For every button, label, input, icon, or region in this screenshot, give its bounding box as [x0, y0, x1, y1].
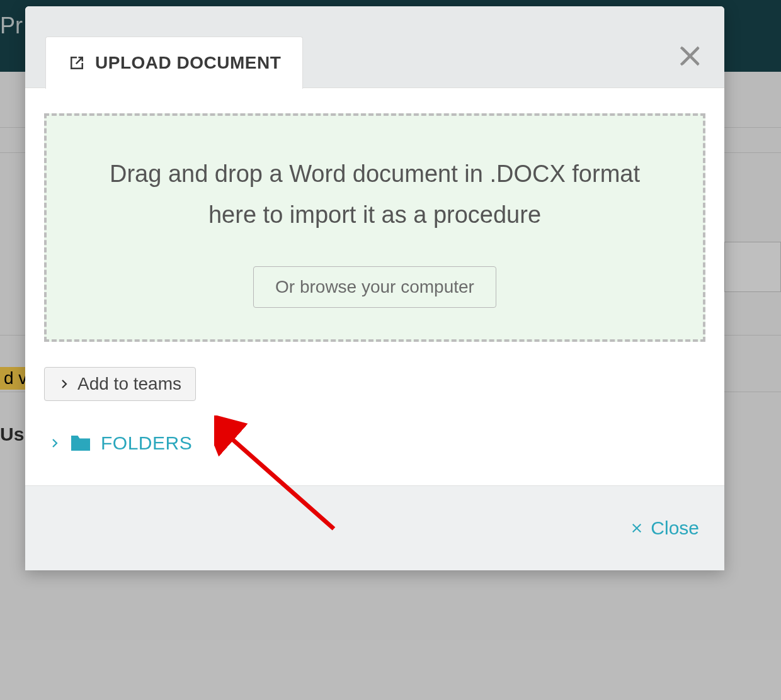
- close-button[interactable]: [675, 41, 705, 74]
- footer-close-label: Close: [651, 517, 699, 539]
- upload-document-modal: UPLOAD DOCUMENT Drag and drop a Word doc…: [25, 6, 724, 570]
- file-dropzone[interactable]: Drag and drop a Word document in .DOCX f…: [44, 113, 705, 342]
- folders-label: FOLDERS: [101, 432, 192, 454]
- chevron-right-icon: [59, 378, 70, 390]
- modal-footer: Close: [25, 485, 724, 570]
- tab-label: UPLOAD DOCUMENT: [95, 53, 281, 73]
- folder-icon: [69, 434, 92, 453]
- close-icon: [629, 521, 644, 536]
- tab-upload-document[interactable]: UPLOAD DOCUMENT: [45, 37, 303, 89]
- modal-header: UPLOAD DOCUMENT: [25, 6, 724, 88]
- browse-button[interactable]: Or browse your computer: [253, 266, 496, 308]
- chevron-right-icon: [49, 438, 60, 449]
- upload-icon: [67, 54, 86, 72]
- dropzone-instructions: Drag and drop a Word document in .DOCX f…: [97, 154, 653, 235]
- add-to-teams-label: Add to teams: [77, 374, 181, 394]
- close-icon: [675, 41, 705, 71]
- folders-toggle[interactable]: FOLDERS: [49, 432, 705, 454]
- footer-close-button[interactable]: Close: [629, 517, 699, 539]
- modal-body: Drag and drop a Word document in .DOCX f…: [25, 88, 724, 485]
- add-to-teams-button[interactable]: Add to teams: [44, 367, 196, 401]
